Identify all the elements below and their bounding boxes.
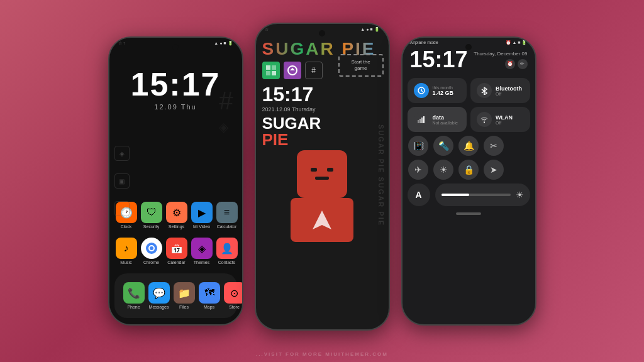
app-music[interactable]: ♪ Music (116, 238, 137, 265)
network-tile-sub: Not available (433, 121, 461, 125)
dock-files-label: Files (179, 305, 189, 309)
app-security[interactable]: 🛡 Security (141, 202, 162, 229)
phone3-date-block: Thursday, December 09 ⏰ ✏ (474, 50, 527, 69)
squid-character (256, 150, 389, 242)
phone2-icons-row: # Start the game (262, 62, 382, 79)
sidebar-deco-3: ⊕ (114, 201, 130, 216)
sidebar-deco-2: ▣ (114, 173, 130, 189)
phone3-controls-row1: 📳 🔦 🔔 ✂ (402, 136, 535, 156)
phone3-status-icons: ⏰ ▲ ■ 🔋 (506, 40, 528, 45)
bluetooth-tile-status: Off (496, 92, 524, 96)
data-tile-month: this month (433, 85, 461, 90)
dock-messages[interactable]: 💬 Messages (148, 282, 170, 309)
dock-store-label: Store (229, 305, 240, 309)
phone3-content: Airplane mode ⏰ ▲ ■ 🔋 15:17 Thursday, De… (402, 38, 535, 324)
phone2-time: 15:17 (256, 83, 389, 106)
ctrl-flashlight[interactable]: 🔦 (433, 136, 453, 156)
phone1-content: ☆ ↑ ▲ ● ■ 🔋 15:17 12.09 Thu # ◈ ◈ ▣ ⊕ (109, 38, 242, 324)
phone3-bluetooth-tile[interactable]: Bluetooth Off (470, 78, 530, 103)
phone-2: ☆ ▲ ● ■ 🔋 SUGAR PIE (255, 23, 390, 331)
phone3-a-button[interactable]: A (408, 184, 430, 206)
ctrl-brightness-auto[interactable]: ☀ (433, 160, 453, 180)
svg-rect-11 (421, 118, 423, 123)
dock-messages-icon: 💬 (148, 282, 170, 304)
app-security-icon: 🛡 (141, 202, 162, 223)
phone2-header: SUGAR PIE (256, 35, 389, 82)
ctrl-lock[interactable]: 🔒 (458, 160, 479, 180)
app-calendar[interactable]: 📅 Calendar (166, 238, 187, 265)
app-calculator-icon: ≡ (216, 202, 238, 223)
start-game-text: Start the game (345, 59, 377, 72)
dock-maps[interactable]: 🗺 Maps (199, 282, 220, 309)
svg-point-2 (150, 246, 153, 250)
phone3-wlan-tile[interactable]: WLAN Off (470, 107, 530, 132)
app-settings[interactable]: ⚙ Settings (166, 202, 187, 229)
svg-rect-12 (423, 116, 425, 123)
watermark: ...VISIT FOR MORE MIUITHEMER.COM (256, 351, 388, 357)
dock-phone-label: Phone (127, 305, 140, 309)
ctrl-location[interactable]: ➤ (484, 160, 504, 180)
phone3-network-tile[interactable]: data Not available (408, 107, 467, 132)
ctrl-vibrate[interactable]: 📳 (408, 136, 428, 156)
svg-point-13 (484, 122, 485, 123)
phone3-edit-icon[interactable]: ✏ (518, 59, 528, 69)
app-mivideo-icon: ▶ (191, 202, 213, 223)
svg-rect-6 (272, 71, 276, 75)
svg-rect-4 (272, 65, 276, 70)
phone3-alarm-icon[interactable]: ⏰ (505, 59, 515, 69)
phone3-bottom-row: A ☀ (402, 184, 535, 206)
phone3-home-indicator[interactable] (456, 212, 481, 215)
app-contacts[interactable]: 👤 Contacts (216, 238, 238, 265)
wlan-tile-icon (477, 112, 492, 127)
app-music-icon: ♪ (116, 238, 137, 259)
phone3-data-tile[interactable]: this month 1.42 GB (408, 78, 467, 103)
squid-head (297, 150, 347, 198)
data-tile-info: this month 1.42 GB (433, 85, 461, 96)
sugar-pie-big-text: SUGAR PIE (256, 115, 389, 148)
phone1-dock-grid: 📞 Phone 💬 Messages 📁 Files 🗺 Maps (117, 277, 235, 314)
app-settings-icon: ⚙ (166, 202, 187, 223)
app-contacts-label: Contacts (218, 260, 236, 265)
app-mivideo-label: Mi Video (193, 224, 210, 229)
dock-maps-icon: 🗺 (199, 282, 220, 304)
app-mivideo[interactable]: ▶ Mi Video (191, 202, 213, 229)
app-themes[interactable]: ◈ Themes (191, 238, 213, 265)
start-game-box[interactable]: Start the game (338, 54, 384, 77)
app-chrome-label: Chrome (143, 260, 159, 265)
dock-store[interactable]: ⊙ Store (224, 282, 243, 309)
bluetooth-tile-title: Bluetooth (496, 85, 524, 92)
brightness-track (441, 194, 511, 196)
app-contacts-icon: 👤 (216, 238, 238, 259)
app-chrome-icon (141, 238, 162, 259)
app-themes-label: Themes (194, 260, 209, 265)
squid-body (291, 198, 353, 242)
network-tile-title: data (433, 114, 461, 121)
ctrl-bell[interactable]: 🔔 (458, 136, 479, 156)
dock-files[interactable]: 📁 Files (174, 282, 195, 309)
phone1-app-grid-2: ♪ Music Chrome 📅 Calendar (109, 233, 242, 270)
phone-1: ☆ ↑ ▲ ● ■ 🔋 15:17 12.09 Thu # ◈ ◈ ▣ ⊕ (108, 36, 243, 326)
phone3-brightness-bar[interactable]: ☀ (435, 184, 530, 206)
ctrl-empty2 (509, 160, 529, 180)
phone2-date: 2021.12.09 Thursday (256, 106, 389, 112)
phone2-content: ☆ ▲ ● ■ 🔋 SUGAR PIE (256, 24, 389, 329)
network-tile-info: data Not available (433, 114, 461, 125)
sidebar-deco-1: ◈ (114, 146, 130, 161)
dock-files-icon: 📁 (174, 282, 195, 304)
phone1-status-icons: ▲ ● ■ 🔋 (214, 41, 233, 46)
app-chrome[interactable]: Chrome (141, 238, 162, 265)
wlan-tile-info: WLAN Off (496, 114, 524, 125)
data-tile-value: 1.42 GB (433, 90, 461, 96)
phone3-quick-tiles: this month 1.42 GB (402, 78, 535, 132)
app-themes-icon: ◈ (191, 238, 213, 259)
app-calculator[interactable]: ≡ Calculator (216, 202, 238, 229)
dock-phone[interactable]: 📞 Phone (123, 282, 145, 309)
app-security-label: Security (143, 224, 159, 229)
phone2-status-icons: ▲ ● ■ 🔋 (360, 27, 379, 32)
ctrl-screenshot[interactable]: ✂ (484, 136, 504, 156)
svg-rect-3 (266, 65, 270, 70)
data-tile-icon (414, 83, 429, 98)
wlan-tile-title: WLAN (496, 114, 524, 121)
squid-eyes (311, 168, 333, 172)
ctrl-airplane[interactable]: ✈ (408, 160, 428, 180)
